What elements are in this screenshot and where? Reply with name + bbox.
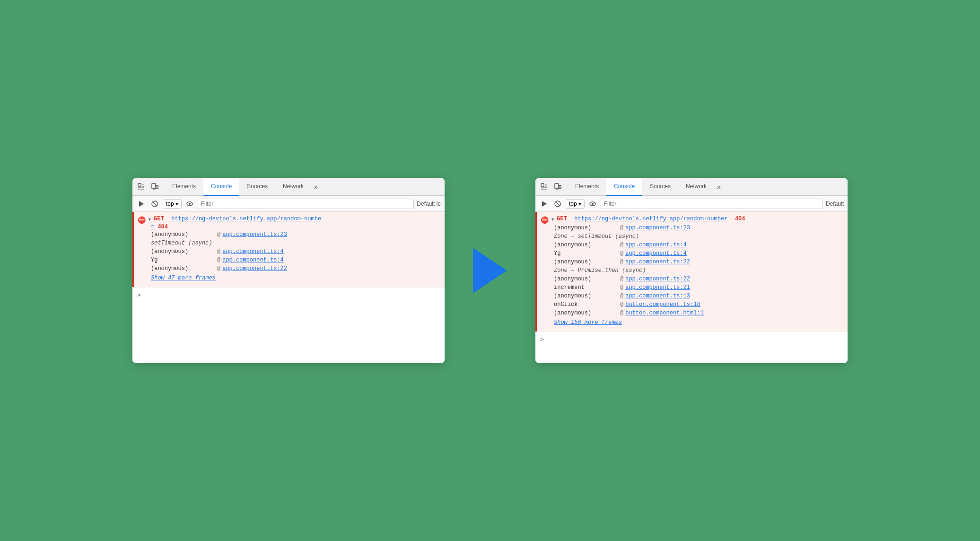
left-console-body: ⛔ ▾ GET https://ng-devtools.netlify.app/… [132,212,445,363]
left-toolbar: top ▾ Default le [132,196,445,212]
right-expand-triangle[interactable]: ▾ [551,217,554,222]
svg-line-5 [153,201,157,206]
right-frame-5-name: increment [554,284,620,291]
right-frame-6-link[interactable]: app.component.ts:13 [625,293,690,299]
right-frame-2-link[interactable]: app.component.ts:4 [625,250,687,257]
right-frame-7-at: @ [620,301,623,308]
left-prompt-arrow: > [137,291,141,298]
left-frame-3-link[interactable]: app.component.ts:22 [222,265,287,272]
left-frame-3-name: (anonymous) [151,265,217,272]
svg-rect-10 [559,185,561,189]
left-tab-elements[interactable]: Elements [165,178,203,196]
right-tab-console[interactable]: Console [606,178,642,196]
right-frame-5: increment @ app.component.ts:21 [541,283,843,292]
left-tab-more[interactable]: » [311,183,321,191]
left-frame-1-at: @ [217,248,220,255]
left-tab-network[interactable]: Network [275,178,311,196]
right-frame-7-name: onClick [554,301,620,308]
right-frame-0-name: (anonymous) [554,225,620,231]
left-eye-icon[interactable] [184,199,195,209]
svg-rect-1 [152,183,156,189]
right-dropdown-label: top [569,201,577,207]
right-frame-4-link[interactable]: app.component.ts:22 [625,276,690,282]
svg-marker-11 [542,201,547,207]
left-tab-console[interactable]: Console [203,178,239,196]
left-tab-sources[interactable]: Sources [239,178,275,196]
right-eye-icon[interactable] [587,199,598,209]
right-frame-8-link[interactable]: button.component.html:1 [625,310,704,316]
right-async-0: Zone — setTimeout (async) [541,232,843,241]
right-toolbar: top ▾ Default [535,196,848,212]
inspect-icon[interactable] [136,182,147,192]
right-frame-3: (anonymous) @ app.component.ts:22 [541,258,843,266]
right-frame-0-at: @ [620,225,623,231]
left-frame-2: Yg @ app.component.ts:4 [138,256,440,264]
right-tab-icons [539,182,563,192]
left-filter-input[interactable] [198,199,414,209]
right-device-icon[interactable] [552,182,563,192]
left-context-dropdown[interactable]: top ▾ [163,199,182,209]
left-error-icon: ⛔ [138,216,146,224]
right-frame-3-at: @ [620,259,623,265]
right-frame-8-name: (anonymous) [554,310,620,316]
svg-line-13 [556,201,560,206]
right-filter-input[interactable] [601,199,823,209]
right-console-body: ⛔ ▾ GET https://ng-devtools.netlify.app/… [535,212,848,363]
left-frame-1-link[interactable]: app.component.ts:4 [222,248,284,255]
right-run-icon[interactable] [539,199,550,209]
left-frame-0-at: @ [217,231,220,238]
right-dropdown-chevron: ▾ [578,201,581,207]
right-frame-4: (anonymous) @ app.component.ts:22 [541,275,843,283]
right-frame-5-link[interactable]: app.component.ts:21 [625,284,690,291]
right-frame-1-link[interactable]: app.component.ts:4 [625,242,687,248]
left-expand-triangle[interactable]: ▾ [149,217,151,222]
right-block-icon[interactable] [552,199,563,209]
svg-rect-0 [138,183,141,186]
right-tab-bar: Elements Console Sources Network » [535,178,848,196]
right-tab-elements[interactable]: Elements [568,178,606,196]
left-block-icon[interactable] [149,199,160,209]
right-error-url[interactable]: https://ng-devtools.netlify.app/random-n… [574,216,727,222]
right-tab-sources[interactable]: Sources [642,178,678,196]
right-http-method: GET [557,216,567,222]
left-error-url[interactable]: https://ng-devtools.netlify.app/random-n… [171,216,321,222]
svg-marker-3 [139,201,144,207]
right-prompt-arrow: > [540,336,544,343]
left-error-code: 404 [158,224,168,230]
right-frame-1-name: (anonymous) [554,242,620,248]
right-inspect-icon[interactable] [539,182,550,192]
right-show-more[interactable]: Show 156 more frames [541,317,843,328]
right-frame-7-link[interactable]: button.component.ts:18 [625,301,700,308]
left-show-more[interactable]: Show 47 more frames [138,273,440,283]
left-frame-3-at: @ [217,265,220,272]
device-icon[interactable] [149,182,160,192]
right-async-1: Zone — Promise.then (async) [541,266,843,275]
right-frame-1: (anonymous) @ app.component.ts:4 [541,241,843,249]
left-default-label: Default le [417,201,441,207]
right-frame-3-name: (anonymous) [554,259,620,265]
right-frame-3-link[interactable]: app.component.ts:22 [625,259,690,265]
right-frame-7: onClick @ button.component.ts:18 [541,300,843,309]
right-frame-2-at: @ [620,250,623,257]
right-error-block: ⛔ ▾ GET https://ng-devtools.netlify.app/… [535,212,848,332]
left-frame-3: (anonymous) @ app.component.ts:22 [138,264,440,273]
right-frame-0-link[interactable]: app.component.ts:23 [625,225,690,231]
right-tab-network[interactable]: Network [678,178,714,196]
left-async-0: setTimeout (async) [138,239,440,247]
right-tab-more[interactable]: » [714,183,724,191]
left-frame-0-link[interactable]: app.component.ts:23 [222,231,287,238]
svg-rect-9 [555,183,559,189]
left-frame-2-link[interactable]: app.component.ts:4 [222,257,284,263]
left-tab-bar: Elements Console Sources Network » [132,178,445,196]
right-frame-6-name: (anonymous) [554,293,620,299]
scene: Elements Console Sources Network » top ▾… [132,178,848,363]
right-context-dropdown[interactable]: top ▾ [566,199,585,209]
right-frame-2-name: Yg [554,250,620,257]
left-run-icon[interactable] [136,199,147,209]
svg-rect-2 [156,185,158,189]
left-dropdown-label: top [166,201,174,207]
left-error-url-suffix[interactable]: r [151,224,154,230]
left-frame-2-at: @ [217,257,220,263]
right-frame-6-at: @ [620,293,623,299]
left-frame-2-name: Yg [151,257,217,263]
